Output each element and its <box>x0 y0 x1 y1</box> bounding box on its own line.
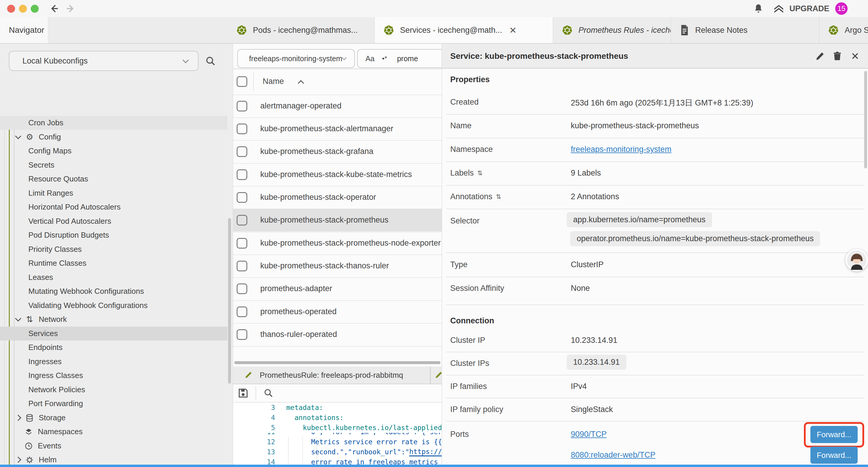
delete-trash-icon[interactable] <box>832 51 843 61</box>
service-row[interactable]: alertmanager-operated <box>233 95 442 117</box>
code-line[interactable]: 5kubectl.kubernetes.io/last-applied-conf… <box>233 423 442 433</box>
service-row[interactable]: kube-prometheus-stack-operator <box>233 186 442 209</box>
sidebar-item-services[interactable]: Services <box>0 327 227 341</box>
sidebar-item-resource-quotas[interactable]: Resource Quotas <box>0 172 227 186</box>
service-row[interactable]: kube-prometheus-stack-prometheus-node-ex… <box>233 232 442 255</box>
editor-search-icon[interactable] <box>263 388 274 399</box>
navigator-panel-tab[interactable]: Navigator <box>0 17 48 43</box>
row-checkbox[interactable] <box>237 307 247 317</box>
code-link[interactable]: https://net <box>409 448 442 456</box>
document-icon <box>680 25 689 36</box>
sidebar-scrollbar[interactable] <box>228 218 231 384</box>
editor-body[interactable]: 12Metrics service error rate is {{ $va 1… <box>233 437 442 467</box>
sidebar-item-events[interactable]: Events <box>0 439 227 453</box>
zoom-window-button[interactable] <box>31 5 39 13</box>
port-link-9090[interactable]: 9090/TCP <box>571 430 607 439</box>
sidebar-item-vertical-pod-autoscalers[interactable]: Vertical Pod Autoscalers <box>0 214 227 228</box>
expand-collapse-icon[interactable]: ⇅ <box>496 193 501 201</box>
upgrade-label[interactable]: UPGRADE <box>789 4 829 13</box>
code-line[interactable]: 3metadata: <box>233 403 442 413</box>
forward-port-button-9090[interactable]: Forward... <box>810 426 858 443</box>
sidebar-item-ingresses[interactable]: Ingresses <box>0 355 227 369</box>
row-checkbox[interactable] <box>237 169 247 180</box>
service-row[interactable]: kube-prometheus-stack-alertmanager <box>233 117 442 140</box>
sidebar-item-port-forwarding[interactable]: Port Forwarding <box>0 397 227 411</box>
namespace-link[interactable]: freeleaps-monitoring-system <box>571 145 672 154</box>
sidebar-item-endpoints[interactable]: Endpoints <box>0 341 227 354</box>
row-checkbox[interactable] <box>237 329 247 340</box>
name-column-header[interactable]: Name <box>262 77 284 86</box>
expand-collapse-icon[interactable]: ⇅ <box>477 169 483 177</box>
match-case-toggle[interactable]: Aa <box>358 54 375 63</box>
kubeconfig-select[interactable]: Local Kubeconfigs <box>9 51 198 71</box>
sidebar-item-leases[interactable]: Leases <box>0 270 227 284</box>
sidebar-item-priority-classes[interactable]: Priority Classes <box>0 242 227 256</box>
close-drawer-icon[interactable]: ✕ <box>851 50 860 62</box>
save-icon[interactable] <box>237 387 249 399</box>
sidebar-item-network-policies[interactable]: Network Policies <box>0 383 227 397</box>
sidebar-item-pod-disruption-budgets[interactable]: Pod Disruption Budgets <box>0 228 227 242</box>
row-checkbox[interactable] <box>237 146 247 157</box>
close-tab-icon[interactable]: ✕ <box>509 25 517 35</box>
notification-count-badge[interactable]: 15 <box>835 2 848 15</box>
sidebar-item-validating-webhook-configurations[interactable]: Validating Webhook Configurations <box>0 298 227 313</box>
sidebar-item-ingress-classes[interactable]: Ingress Classes <box>0 369 227 382</box>
notifications-bell-icon[interactable] <box>753 3 764 14</box>
labels-label[interactable]: Labels⇅ <box>450 169 483 178</box>
service-row[interactable]: kube-prometheus-stack-grafana <box>233 140 442 163</box>
horizontal-scrollbar[interactable] <box>234 361 440 364</box>
sidebar-item-horizontal-pod-autoscalers[interactable]: Horizontal Pod Autoscalers <box>0 200 227 214</box>
forward-arrow-icon[interactable] <box>66 4 75 13</box>
search-icon[interactable] <box>205 56 216 67</box>
tab-argo[interactable]: Argo Se <box>819 17 868 43</box>
sidebar-item-runtime-classes[interactable]: Runtime Classes <box>0 256 227 270</box>
tab-prometheus-rules[interactable]: Prometheus Rules - icecheng... <box>553 17 671 43</box>
regex-toggle[interactable]: ▪* <box>375 55 387 62</box>
sidebar-item-namespaces[interactable]: Namespaces <box>0 425 227 439</box>
code-line[interactable]: 4annotations: <box>233 413 442 423</box>
row-checkbox[interactable] <box>237 238 247 249</box>
minimize-window-button[interactable] <box>19 5 27 13</box>
code-line[interactable]: 12Metrics service error rate is {{ $va <box>233 437 442 447</box>
sidebar-item-limit-ranges[interactable]: Limit Ranges <box>0 186 227 200</box>
sidebar-item-secrets[interactable]: Secrets <box>0 158 227 172</box>
port-link-8080[interactable]: 8080:reloader-web/TCP <box>571 450 656 460</box>
name-filter-input[interactable]: Aa ▪* prome <box>357 49 442 68</box>
code-line[interactable]: 13second.","runbook_url":"https://net <box>233 447 442 457</box>
service-row[interactable]: prometheus-adapter <box>233 277 442 300</box>
service-row[interactable]: thanos-ruler-operated <box>233 323 442 346</box>
editor-tab-next[interactable] <box>431 367 442 384</box>
service-row[interactable]: kube-prometheus-stack-thanos-ruler <box>233 255 442 277</box>
divider <box>446 375 864 375</box>
back-arrow-icon[interactable] <box>49 4 59 13</box>
service-row-selected[interactable]: kube-prometheus-stack-prometheus <box>233 209 442 231</box>
forward-port-button-8080[interactable]: Forward... <box>810 447 858 464</box>
tab-release-notes[interactable]: Release Notes <box>671 17 819 43</box>
select-all-checkbox[interactable] <box>237 76 247 87</box>
tab-services[interactable]: Services - icecheng@math... ✕ <box>375 17 553 43</box>
annotations-label[interactable]: Annotations⇅ <box>450 192 501 201</box>
row-checkbox[interactable] <box>237 101 247 111</box>
row-checkbox[interactable] <box>237 284 247 294</box>
sidebar-group-network[interactable]: ⇅ Network <box>0 313 227 326</box>
service-row[interactable]: prometheus-operated <box>233 300 442 323</box>
tab-pods[interactable]: Pods - icecheng@mathmas... <box>227 17 375 43</box>
sidebar-group-storage[interactable]: Storage <box>0 411 227 425</box>
sidebar-item-mutating-webhook-configurations[interactable]: Mutating Webhook Configurations <box>0 284 227 298</box>
upgrade-icon[interactable] <box>773 3 785 15</box>
service-row[interactable]: kube-prometheus-stack-kube-state-metrics <box>233 163 442 186</box>
row-checkbox[interactable] <box>237 123 247 134</box>
close-window-button[interactable] <box>7 5 15 13</box>
sort-ascending-icon[interactable] <box>298 80 304 86</box>
row-checkbox[interactable] <box>237 261 247 271</box>
assistant-avatar[interactable] <box>845 249 868 271</box>
editor-tab-prometheusrule[interactable]: PrometheusRule: freeleaps-prod-rabbitmq <box>233 367 430 384</box>
sidebar-item-config-maps[interactable]: Config Maps <box>0 144 227 158</box>
row-checkbox[interactable] <box>237 215 247 226</box>
edit-pencil-icon[interactable] <box>815 51 826 61</box>
sidebar-group-config[interactable]: ⚙ Config <box>0 130 227 144</box>
namespace-select[interactable]: freeleaps-monitoring-system <box>237 49 355 68</box>
sidebar-item-cron-jobs[interactable]: Cron Jobs <box>0 116 227 130</box>
row-checkbox[interactable] <box>237 192 247 203</box>
drawer-scrollbar[interactable] <box>864 71 867 169</box>
